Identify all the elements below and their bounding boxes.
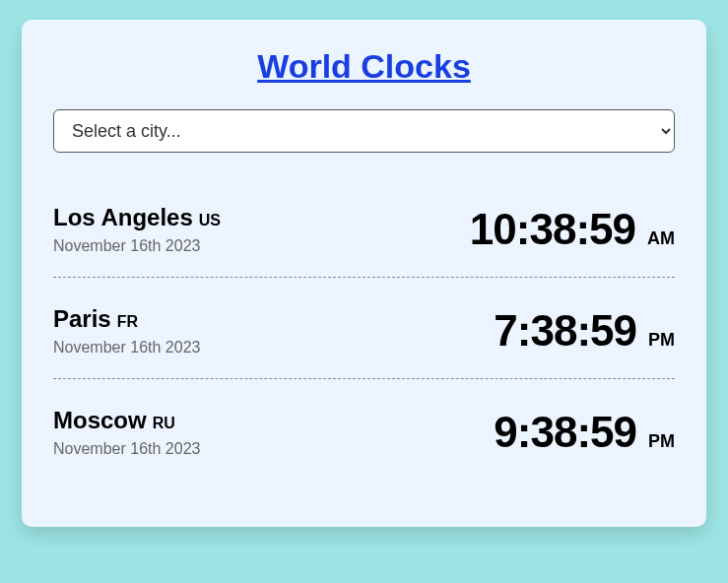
world-clocks-card: World Clocks Select a city... Los Angele… (22, 20, 706, 527)
clock-row: Los Angeles US November 16th 2023 10:38:… (53, 176, 675, 277)
date-label: November 16th 2023 (53, 237, 221, 255)
country-code: RU (153, 415, 175, 432)
ampm-label: PM (648, 330, 675, 351)
date-label: November 16th 2023 (53, 339, 200, 356)
city-name: Paris (53, 305, 111, 333)
time-value: 10:38:59 (470, 205, 635, 254)
time-value: 9:38:59 (494, 408, 636, 457)
page-title-wrap: World Clocks (53, 47, 675, 86)
clock-right: 7:38:59 PM (494, 306, 675, 356)
city-select[interactable]: Select a city... (53, 109, 675, 153)
page-title-link[interactable]: World Clocks (257, 47, 471, 85)
clock-row: Moscow RU November 16th 2023 9:38:59 PM (53, 378, 675, 480)
country-code: US (199, 212, 221, 229)
ampm-label: PM (648, 431, 675, 452)
clock-right: 10:38:59 AM (470, 205, 675, 254)
city-line: Moscow RU (53, 407, 200, 434)
clock-list: Los Angeles US November 16th 2023 10:38:… (53, 176, 675, 480)
clock-left: Los Angeles US November 16th 2023 (53, 204, 221, 255)
time-value: 7:38:59 (494, 306, 636, 356)
city-line: Los Angeles US (53, 204, 221, 231)
clock-row: Paris FR November 16th 2023 7:38:59 PM (53, 277, 675, 378)
city-name: Moscow (53, 407, 147, 434)
ampm-label: AM (647, 228, 675, 249)
clock-left: Moscow RU November 16th 2023 (53, 407, 200, 458)
clock-right: 9:38:59 PM (494, 408, 675, 457)
city-line: Paris FR (53, 305, 200, 333)
city-name: Los Angeles (53, 204, 193, 231)
clock-left: Paris FR November 16th 2023 (53, 305, 200, 356)
date-label: November 16th 2023 (53, 440, 200, 458)
country-code: FR (117, 313, 138, 331)
